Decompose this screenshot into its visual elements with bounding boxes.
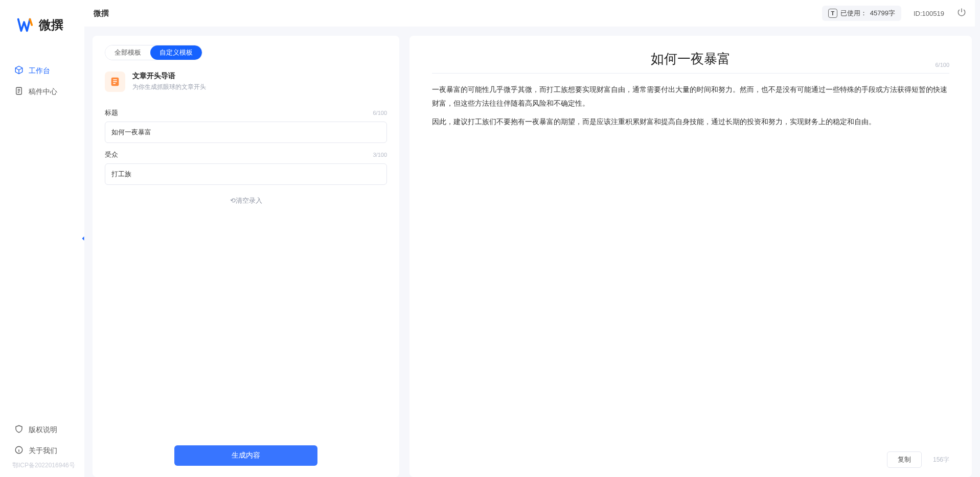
nav-secondary: 版权说明 关于我们 鄂ICP备2022016946号 (0, 419, 84, 477)
logo-icon (15, 15, 35, 35)
cube-icon (14, 65, 24, 76)
nav-primary: 工作台 稿件中心 (0, 60, 84, 419)
nav-item-copyright[interactable]: 版权说明 (0, 419, 84, 440)
svg-rect-3 (113, 79, 117, 80)
title-count: 6/100 (935, 62, 949, 68)
field-count: 6/100 (373, 110, 387, 116)
char-count: 156字 (933, 456, 949, 464)
audience-input[interactable] (105, 163, 387, 185)
svg-rect-4 (113, 81, 117, 82)
template-icon (105, 71, 125, 92)
nav-label: 工作台 (29, 66, 50, 76)
template-name: 文章开头导语 (132, 71, 206, 81)
icp-text: 鄂ICP备2022016946号 (0, 461, 84, 470)
svg-rect-5 (113, 83, 116, 84)
tab-all-templates[interactable]: 全部模板 (105, 45, 150, 60)
nav-label: 关于我们 (29, 446, 57, 456)
header: 微撰 T 已使用： 45799字 ID:100519 (84, 0, 975, 27)
usage-badge[interactable]: T 已使用： 45799字 (822, 6, 901, 21)
output-paragraph: 因此，建议打工族们不要抱有一夜暴富的期望，而是应该注重积累财富和提高自身技能，通… (432, 115, 949, 129)
template-desc: 为你生成抓眼球的文章开头 (132, 83, 206, 91)
usage-value: 45799字 (870, 9, 895, 18)
nav-label: 稿件中心 (29, 87, 57, 97)
title-input[interactable] (105, 122, 387, 143)
logo-text: 微撰 (39, 17, 63, 33)
field-audience: 受众 3/100 (105, 150, 387, 185)
output-title: 如何一夜暴富 (432, 50, 949, 68)
usage-label: 已使用： (840, 9, 867, 18)
shield-icon (14, 424, 24, 435)
info-icon (14, 445, 24, 456)
nav-label: 版权说明 (29, 425, 57, 435)
template-tabs: 全部模板 自定义模板 (105, 45, 202, 60)
form-panel: 全部模板 自定义模板 文章开头导语 为你生成抓眼球的文章开头 标题 6/100 … (93, 36, 399, 477)
output-title-wrap: 如何一夜暴富 6/100 (432, 50, 949, 74)
field-title: 标题 6/100 (105, 108, 387, 143)
output-paragraph: 一夜暴富的可能性几乎微乎其微，而打工族想要实现财富自由，通常需要付出大量的时间和… (432, 83, 949, 110)
nav-item-about[interactable]: 关于我们 (0, 440, 84, 461)
tab-custom-templates[interactable]: 自定义模板 (150, 45, 202, 60)
user-id: ID:100519 (914, 10, 944, 17)
template-header: 文章开头导语 为你生成抓眼球的文章开头 (105, 71, 387, 101)
nav-item-drafts[interactable]: 稿件中心 (0, 81, 84, 102)
sidebar: 微撰 工作台 稿件中心 版权说明 关于我们 鄂ICP备2022016946号 (0, 0, 84, 477)
clear-link[interactable]: ⟲清空录入 (105, 196, 387, 205)
text-icon: T (828, 9, 837, 18)
field-label: 标题 (105, 108, 118, 117)
field-count: 3/100 (373, 152, 387, 158)
power-button[interactable] (956, 7, 967, 19)
field-label: 受众 (105, 150, 118, 159)
generate-button[interactable]: 生成内容 (174, 445, 317, 466)
nav-item-workspace[interactable]: 工作台 (0, 60, 84, 81)
content: 全部模板 自定义模板 文章开头导语 为你生成抓眼球的文章开头 标题 6/100 … (84, 27, 975, 477)
logo: 微撰 (0, 15, 84, 35)
document-icon (14, 86, 24, 97)
copy-button[interactable]: 复制 (887, 451, 922, 468)
page-title: 微撰 (94, 9, 109, 18)
output-body: 一夜暴富的可能性几乎微乎其微，而打工族想要实现财富自由，通常需要付出大量的时间和… (432, 83, 949, 446)
output-footer: 复制 156字 (432, 446, 949, 468)
output-panel: 如何一夜暴富 6/100 一夜暴富的可能性几乎微乎其微，而打工族想要实现财富自由… (409, 36, 972, 477)
